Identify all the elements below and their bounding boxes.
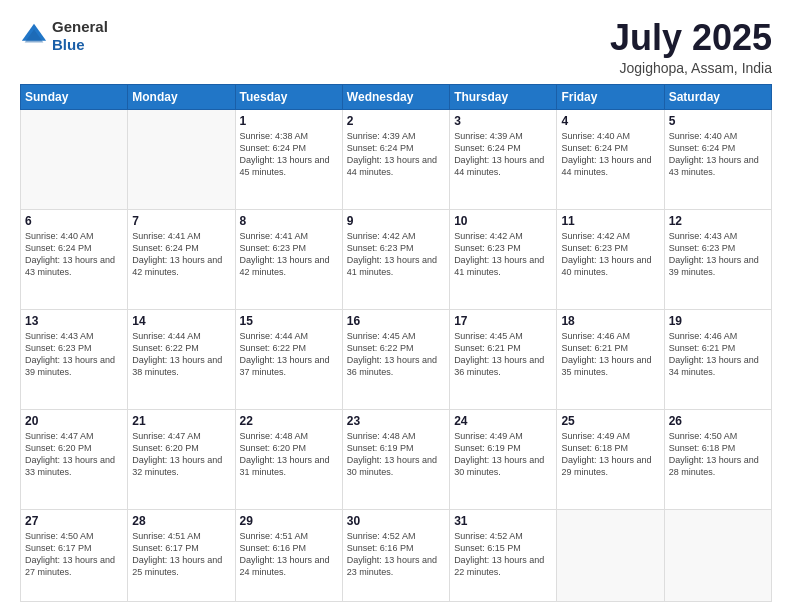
day-number: 17 — [454, 314, 552, 328]
day-number: 26 — [669, 414, 767, 428]
day-number: 2 — [347, 114, 445, 128]
day-number: 29 — [240, 514, 338, 528]
weekday-header: Sunday — [21, 84, 128, 109]
weekday-header: Thursday — [450, 84, 557, 109]
page: General Blue July 2025 Jogighopa, Assam,… — [0, 0, 792, 612]
calendar-cell: 19Sunrise: 4:46 AMSunset: 6:21 PMDayligh… — [664, 309, 771, 409]
calendar-cell: 3Sunrise: 4:39 AMSunset: 6:24 PMDaylight… — [450, 109, 557, 209]
cell-info: Sunrise: 4:43 AMSunset: 6:23 PMDaylight:… — [669, 230, 767, 279]
calendar-week-row: 13Sunrise: 4:43 AMSunset: 6:23 PMDayligh… — [21, 309, 772, 409]
day-number: 15 — [240, 314, 338, 328]
cell-info: Sunrise: 4:48 AMSunset: 6:20 PMDaylight:… — [240, 430, 338, 479]
location: Jogighopa, Assam, India — [610, 60, 772, 76]
weekday-header: Saturday — [664, 84, 771, 109]
cell-info: Sunrise: 4:46 AMSunset: 6:21 PMDaylight:… — [669, 330, 767, 379]
cell-info: Sunrise: 4:45 AMSunset: 6:21 PMDaylight:… — [454, 330, 552, 379]
cell-info: Sunrise: 4:39 AMSunset: 6:24 PMDaylight:… — [347, 130, 445, 179]
day-number: 11 — [561, 214, 659, 228]
calendar-cell: 17Sunrise: 4:45 AMSunset: 6:21 PMDayligh… — [450, 309, 557, 409]
calendar-cell — [557, 509, 664, 601]
calendar-cell: 2Sunrise: 4:39 AMSunset: 6:24 PMDaylight… — [342, 109, 449, 209]
calendar-cell: 24Sunrise: 4:49 AMSunset: 6:19 PMDayligh… — [450, 409, 557, 509]
day-number: 23 — [347, 414, 445, 428]
logo-general: General — [52, 18, 108, 35]
cell-info: Sunrise: 4:38 AMSunset: 6:24 PMDaylight:… — [240, 130, 338, 179]
calendar-cell: 29Sunrise: 4:51 AMSunset: 6:16 PMDayligh… — [235, 509, 342, 601]
calendar-cell: 1Sunrise: 4:38 AMSunset: 6:24 PMDaylight… — [235, 109, 342, 209]
calendar-cell: 9Sunrise: 4:42 AMSunset: 6:23 PMDaylight… — [342, 209, 449, 309]
day-number: 19 — [669, 314, 767, 328]
calendar-cell: 7Sunrise: 4:41 AMSunset: 6:24 PMDaylight… — [128, 209, 235, 309]
day-number: 5 — [669, 114, 767, 128]
calendar-cell: 4Sunrise: 4:40 AMSunset: 6:24 PMDaylight… — [557, 109, 664, 209]
calendar-cell: 15Sunrise: 4:44 AMSunset: 6:22 PMDayligh… — [235, 309, 342, 409]
cell-info: Sunrise: 4:47 AMSunset: 6:20 PMDaylight:… — [132, 430, 230, 479]
weekday-header: Friday — [557, 84, 664, 109]
calendar-cell: 30Sunrise: 4:52 AMSunset: 6:16 PMDayligh… — [342, 509, 449, 601]
calendar-cell: 11Sunrise: 4:42 AMSunset: 6:23 PMDayligh… — [557, 209, 664, 309]
cell-info: Sunrise: 4:52 AMSunset: 6:15 PMDaylight:… — [454, 530, 552, 579]
day-number: 24 — [454, 414, 552, 428]
calendar-cell: 28Sunrise: 4:51 AMSunset: 6:17 PMDayligh… — [128, 509, 235, 601]
title-block: July 2025 Jogighopa, Assam, India — [610, 18, 772, 76]
day-number: 30 — [347, 514, 445, 528]
day-number: 25 — [561, 414, 659, 428]
calendar-cell: 22Sunrise: 4:48 AMSunset: 6:20 PMDayligh… — [235, 409, 342, 509]
calendar-cell: 25Sunrise: 4:49 AMSunset: 6:18 PMDayligh… — [557, 409, 664, 509]
cell-info: Sunrise: 4:50 AMSunset: 6:18 PMDaylight:… — [669, 430, 767, 479]
cell-info: Sunrise: 4:40 AMSunset: 6:24 PMDaylight:… — [669, 130, 767, 179]
day-number: 27 — [25, 514, 123, 528]
logo-icon — [20, 22, 48, 50]
day-number: 1 — [240, 114, 338, 128]
day-number: 28 — [132, 514, 230, 528]
cell-info: Sunrise: 4:39 AMSunset: 6:24 PMDaylight:… — [454, 130, 552, 179]
calendar-week-row: 27Sunrise: 4:50 AMSunset: 6:17 PMDayligh… — [21, 509, 772, 601]
cell-info: Sunrise: 4:46 AMSunset: 6:21 PMDaylight:… — [561, 330, 659, 379]
day-number: 4 — [561, 114, 659, 128]
header: General Blue July 2025 Jogighopa, Assam,… — [20, 18, 772, 76]
cell-info: Sunrise: 4:47 AMSunset: 6:20 PMDaylight:… — [25, 430, 123, 479]
day-number: 22 — [240, 414, 338, 428]
day-number: 6 — [25, 214, 123, 228]
calendar-cell: 21Sunrise: 4:47 AMSunset: 6:20 PMDayligh… — [128, 409, 235, 509]
weekday-header-row: SundayMondayTuesdayWednesdayThursdayFrid… — [21, 84, 772, 109]
cell-info: Sunrise: 4:52 AMSunset: 6:16 PMDaylight:… — [347, 530, 445, 579]
calendar-cell: 13Sunrise: 4:43 AMSunset: 6:23 PMDayligh… — [21, 309, 128, 409]
calendar-cell: 10Sunrise: 4:42 AMSunset: 6:23 PMDayligh… — [450, 209, 557, 309]
calendar-cell — [128, 109, 235, 209]
cell-info: Sunrise: 4:48 AMSunset: 6:19 PMDaylight:… — [347, 430, 445, 479]
weekday-header: Monday — [128, 84, 235, 109]
day-number: 3 — [454, 114, 552, 128]
cell-info: Sunrise: 4:51 AMSunset: 6:17 PMDaylight:… — [132, 530, 230, 579]
day-number: 20 — [25, 414, 123, 428]
cell-info: Sunrise: 4:42 AMSunset: 6:23 PMDaylight:… — [347, 230, 445, 279]
calendar-week-row: 1Sunrise: 4:38 AMSunset: 6:24 PMDaylight… — [21, 109, 772, 209]
month-title: July 2025 — [610, 18, 772, 58]
calendar-cell: 26Sunrise: 4:50 AMSunset: 6:18 PMDayligh… — [664, 409, 771, 509]
calendar-week-row: 6Sunrise: 4:40 AMSunset: 6:24 PMDaylight… — [21, 209, 772, 309]
calendar-cell — [21, 109, 128, 209]
cell-info: Sunrise: 4:44 AMSunset: 6:22 PMDaylight:… — [132, 330, 230, 379]
calendar-cell: 12Sunrise: 4:43 AMSunset: 6:23 PMDayligh… — [664, 209, 771, 309]
cell-info: Sunrise: 4:45 AMSunset: 6:22 PMDaylight:… — [347, 330, 445, 379]
calendar-cell: 14Sunrise: 4:44 AMSunset: 6:22 PMDayligh… — [128, 309, 235, 409]
calendar-cell: 8Sunrise: 4:41 AMSunset: 6:23 PMDaylight… — [235, 209, 342, 309]
cell-info: Sunrise: 4:44 AMSunset: 6:22 PMDaylight:… — [240, 330, 338, 379]
calendar-cell: 16Sunrise: 4:45 AMSunset: 6:22 PMDayligh… — [342, 309, 449, 409]
calendar-cell: 31Sunrise: 4:52 AMSunset: 6:15 PMDayligh… — [450, 509, 557, 601]
day-number: 13 — [25, 314, 123, 328]
day-number: 18 — [561, 314, 659, 328]
cell-info: Sunrise: 4:42 AMSunset: 6:23 PMDaylight:… — [454, 230, 552, 279]
calendar-cell: 18Sunrise: 4:46 AMSunset: 6:21 PMDayligh… — [557, 309, 664, 409]
calendar-cell: 6Sunrise: 4:40 AMSunset: 6:24 PMDaylight… — [21, 209, 128, 309]
cell-info: Sunrise: 4:43 AMSunset: 6:23 PMDaylight:… — [25, 330, 123, 379]
day-number: 7 — [132, 214, 230, 228]
calendar-cell: 5Sunrise: 4:40 AMSunset: 6:24 PMDaylight… — [664, 109, 771, 209]
calendar-cell — [664, 509, 771, 601]
cell-info: Sunrise: 4:40 AMSunset: 6:24 PMDaylight:… — [561, 130, 659, 179]
calendar-week-row: 20Sunrise: 4:47 AMSunset: 6:20 PMDayligh… — [21, 409, 772, 509]
cell-info: Sunrise: 4:50 AMSunset: 6:17 PMDaylight:… — [25, 530, 123, 579]
cell-info: Sunrise: 4:41 AMSunset: 6:23 PMDaylight:… — [240, 230, 338, 279]
weekday-header: Tuesday — [235, 84, 342, 109]
calendar-cell: 20Sunrise: 4:47 AMSunset: 6:20 PMDayligh… — [21, 409, 128, 509]
